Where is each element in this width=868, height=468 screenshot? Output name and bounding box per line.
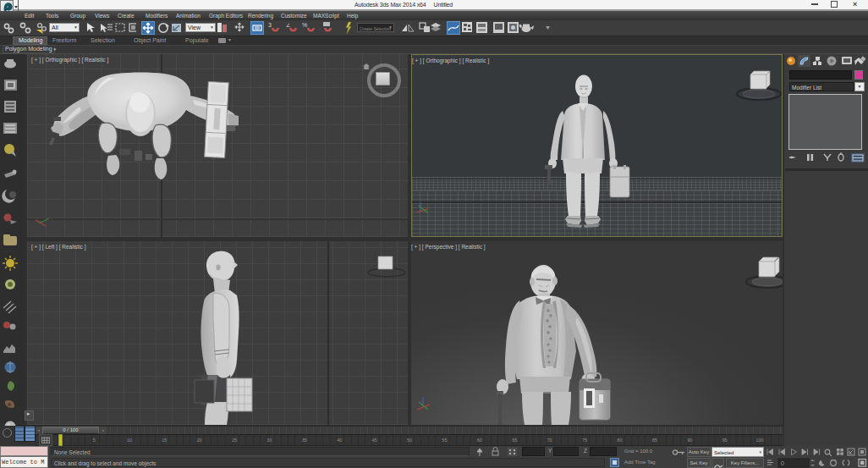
- svg-text:3: 3: [268, 22, 272, 28]
- svg-text:∠: ∠: [286, 23, 290, 28]
- svg-text:0: 0: [781, 460, 784, 466]
- svg-text:%: %: [302, 22, 307, 28]
